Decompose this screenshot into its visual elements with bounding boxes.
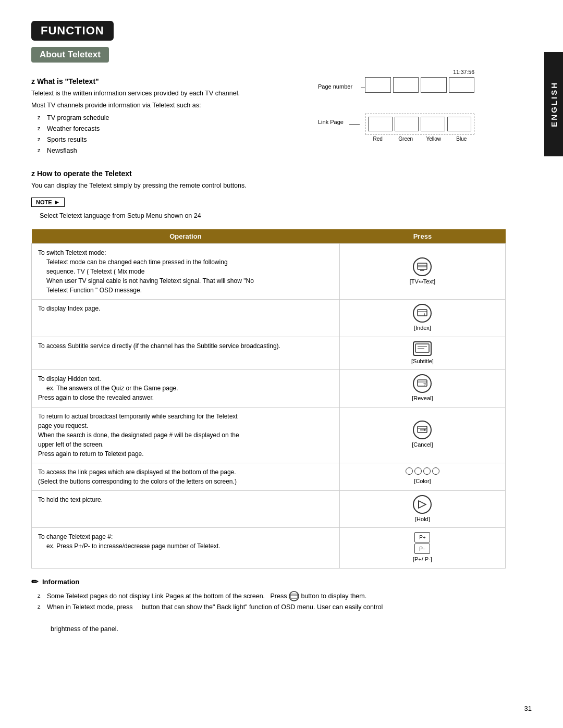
op-cell-2: To display Index page.: [32, 300, 340, 337]
table-row: To display Index page. i [Index]: [32, 300, 506, 337]
cancel-icon: [413, 421, 432, 439]
index-icon: i: [413, 304, 432, 323]
note-arrow-icon: ►: [54, 199, 60, 206]
bullet-3: Sports results: [47, 134, 308, 145]
pencil-icon: ✏: [31, 577, 38, 587]
op-cell-3: To access Subtitle service directly (if …: [32, 337, 340, 370]
info-section: ✏ Information Some Teletext pages do not…: [31, 577, 474, 635]
table-row: To access the link pages which are displ…: [32, 463, 506, 490]
op-cell-6: To access the link pages which are displ…: [32, 463, 340, 490]
reveal-button: ? [Reveal]: [346, 374, 499, 403]
cancel-button: [Cancel]: [346, 421, 499, 449]
bullet-2: Weather forecasts: [47, 124, 308, 134]
table-row: To change Teletext page #: ex. Press P+/…: [32, 528, 506, 569]
info-bullet-2: When in Teletext mode, press button that…: [47, 602, 474, 635]
tv-text-icon: [413, 257, 432, 276]
svg-rect-7: [415, 344, 429, 352]
english-sidebar: ENGLISH: [544, 52, 563, 156]
note-label: NOTE: [36, 199, 52, 205]
info-bullets: Some Teletext pages do not display Link …: [47, 591, 474, 635]
table-row: To switch Teletext mode: Teletext mode c…: [32, 244, 506, 300]
col-press: Press: [339, 229, 505, 244]
page-number-label: Page number: [318, 83, 352, 90]
subtitle-label: [Subtitle]: [411, 357, 434, 366]
section1-bullets: TV program schedule Weather forecasts Sp…: [47, 113, 308, 157]
info-heading-text: Information: [42, 578, 80, 586]
bullet-1: TV program schedule: [47, 113, 308, 124]
p-plus-btn: P+: [414, 532, 430, 542]
diagram-dashed-box: [365, 114, 474, 134]
press-cell-4: ? [Reveal]: [339, 370, 505, 408]
circle-green: [414, 467, 422, 475]
section2-body: You can display the Teletext simply by p…: [31, 181, 474, 191]
svg-rect-20: [290, 594, 298, 598]
tv-text-button: [TV⇔Text]: [346, 257, 499, 286]
circle-blue: [432, 467, 439, 475]
tv-text-inline-icon: [289, 591, 299, 601]
svg-rect-13: [418, 426, 427, 433]
section1-intro1: Teletext is the written information serv…: [31, 89, 308, 98]
hold-icon: [413, 495, 432, 514]
press-cell-8: P+ P− [P+/ P-]: [339, 528, 505, 569]
op-cell-5: To return to actual broadcast temporaril…: [32, 407, 340, 463]
p-minus-btn: P−: [414, 544, 430, 554]
p-buttons-icon: P+ P−: [414, 532, 430, 554]
section1-intro2: Most TV channels provide information via…: [31, 101, 308, 110]
p-plus-minus-button: P+ P− [P+/ P-]: [346, 532, 499, 564]
note-text: Select Teletext language from Setup Menu…: [40, 211, 474, 221]
diagram-color-labels: Red Green Yellow Blue: [365, 136, 474, 142]
press-cell-1: [TV⇔Text]: [339, 244, 505, 300]
diagram-box-time: [449, 77, 475, 93]
op-cell-4: To display Hidden text. ex. The answers …: [32, 370, 340, 408]
svg-rect-4: [418, 310, 427, 316]
color-button: [Color]: [346, 467, 499, 486]
about-banner: About Teletext: [31, 47, 109, 63]
section2-heading: z How to operate the Teletext: [31, 169, 474, 178]
reveal-icon: ?: [413, 374, 432, 393]
circle-yellow: [423, 467, 431, 475]
hold-button: [Hold]: [346, 495, 499, 524]
function-badge: FUNCTION: [31, 21, 114, 41]
color-circles-icon: [406, 467, 439, 475]
color-label-green: Green: [393, 136, 419, 142]
reveal-label: [Reveal]: [412, 394, 433, 403]
diagram-color-box-red: [368, 117, 393, 131]
op-cell-7: To hold the text picture.: [32, 490, 340, 528]
index-label: [Index]: [414, 324, 431, 332]
color-label-blue: Blue: [449, 136, 475, 142]
svg-text:?: ?: [423, 382, 426, 387]
cancel-label: [Cancel]: [412, 440, 433, 449]
diagram-time: 11:37:56: [453, 69, 474, 75]
op-cell-8: To change Teletext page #: ex. Press P+/…: [32, 528, 340, 569]
note-box: NOTE ►: [31, 198, 65, 207]
color-label: [Color]: [414, 477, 431, 486]
section2: z How to operate the Teletext You can di…: [31, 169, 474, 221]
color-label-red: Red: [365, 136, 391, 142]
diagram-color-box-green: [395, 117, 419, 131]
table-row: To access Subtitle service directly (if …: [32, 337, 506, 370]
svg-marker-16: [424, 429, 426, 431]
subtitle-button: [Subtitle]: [346, 341, 499, 366]
press-cell-6: [Color]: [339, 463, 505, 490]
op-cell-1: To switch Teletext mode: Teletext mode c…: [32, 244, 340, 300]
col-operation: Operation: [32, 229, 340, 244]
page-number: 31: [524, 705, 532, 712]
link-page-label: Link Page: [318, 119, 344, 125]
info-heading: ✏ Information: [31, 577, 474, 587]
press-cell-2: i [Index]: [339, 300, 505, 337]
svg-rect-0: [418, 263, 427, 269]
index-button: i [Index]: [346, 304, 499, 332]
section1-heading: z What is "Teletext": [31, 77, 308, 85]
press-cell-3: [Subtitle]: [339, 337, 505, 370]
teletext-diagram: Page number 11:37:56 Link Page: [318, 72, 474, 161]
diagram-box-3: [421, 77, 447, 93]
diagram-box-1: [365, 77, 391, 93]
table-row: To hold the text picture. [Hold]: [32, 490, 506, 528]
diagram-color-box-blue: [447, 117, 472, 131]
info-bullet-1: Some Teletext pages do not display Link …: [47, 591, 474, 602]
subtitle-icon: [413, 341, 432, 356]
press-cell-5: [Cancel]: [339, 407, 505, 463]
press-cell-7: [Hold]: [339, 490, 505, 528]
tv-text-label: [TV⇔Text]: [410, 277, 435, 286]
p-plus-minus-label: [P+/ P-]: [413, 555, 432, 564]
